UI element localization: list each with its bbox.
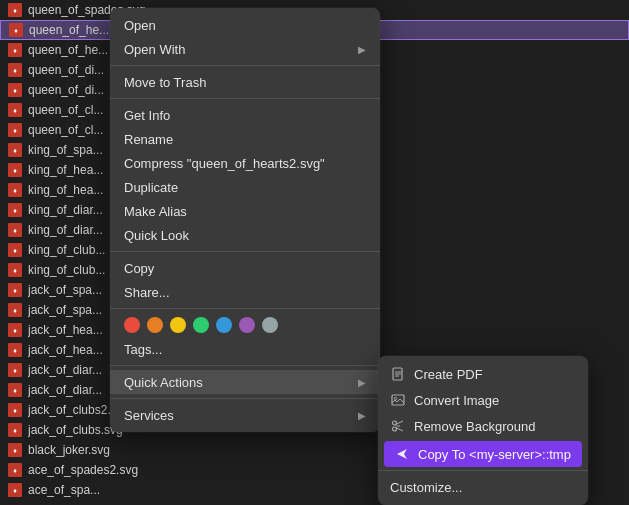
file-name: jack_of_diar... (28, 383, 102, 397)
photo-icon (390, 392, 406, 408)
file-icon: ♦ (8, 403, 22, 417)
file-icon: ♦ (8, 343, 22, 357)
file-name: king_of_spa... (28, 143, 103, 157)
submenu-item-convert-image[interactable]: Convert Image (378, 387, 588, 413)
file-name: king_of_hea... (28, 163, 103, 177)
menu-item-open[interactable]: Open (110, 13, 380, 37)
menu-item-quick-look[interactable]: Quick Look (110, 223, 380, 247)
file-icon: ♦ (8, 143, 22, 157)
file-icon: ♦ (8, 183, 22, 197)
menu-label-tags: Tags... (124, 342, 162, 357)
submenu-label-create-pdf: Create PDF (414, 367, 483, 382)
svg-line-8 (396, 421, 403, 424)
color-dot-purple[interactable] (239, 317, 255, 333)
file-name: queen_of_cl... (28, 123, 103, 137)
file-icon: ♦ (8, 63, 22, 77)
svg-point-7 (393, 427, 397, 431)
menu-item-duplicate[interactable]: Duplicate (110, 175, 380, 199)
file-name: king_of_diar... (28, 223, 103, 237)
file-icon: ♦ (8, 83, 22, 97)
color-dot-gray[interactable] (262, 317, 278, 333)
file-name: jack_of_hea... (28, 343, 103, 357)
file-name: ace_of_spa... (28, 483, 100, 497)
file-icon: ♦ (8, 123, 22, 137)
menu-label-quick-look: Quick Look (124, 228, 189, 243)
submenu-item-remove-background[interactable]: Remove Background (378, 413, 588, 439)
color-dot-yellow[interactable] (170, 317, 186, 333)
file-icon: ♦ (8, 383, 22, 397)
separator-3 (110, 251, 380, 252)
sub-separator-1 (378, 470, 588, 471)
menu-label-copy: Copy (124, 261, 154, 276)
doc-icon (390, 366, 406, 382)
svg-line-9 (396, 428, 403, 431)
quick-actions-submenu: Create PDF Convert Image Remove Backgrou… (378, 356, 588, 505)
file-name: black_joker.svg (28, 443, 110, 457)
menu-item-compress[interactable]: Compress "queen_of_hearts2.svg" (110, 151, 380, 175)
menu-item-services[interactable]: Services ▶ (110, 403, 380, 427)
menu-label-compress: Compress "queen_of_hearts2.svg" (124, 156, 325, 171)
file-name: ace_of_spades2.svg (28, 463, 138, 477)
menu-label-rename: Rename (124, 132, 173, 147)
menu-label-open: Open (124, 18, 156, 33)
separator-4 (110, 308, 380, 309)
file-icon: ♦ (8, 323, 22, 337)
separator-6 (110, 398, 380, 399)
file-icon: ♦ (8, 223, 22, 237)
file-name: jack_of_spa... (28, 283, 102, 297)
send-icon (394, 446, 410, 462)
menu-label-duplicate: Duplicate (124, 180, 178, 195)
svg-point-5 (394, 397, 396, 399)
file-name: queen_of_di... (28, 63, 104, 77)
file-icon: ♦ (8, 283, 22, 297)
context-menu: Open Open With ▶ Move to Trash Get Info … (110, 8, 380, 432)
menu-item-make-alias[interactable]: Make Alias (110, 199, 380, 223)
color-dot-orange[interactable] (147, 317, 163, 333)
submenu-label-customize: Customize... (390, 480, 462, 495)
file-icon: ♦ (8, 103, 22, 117)
menu-label-make-alias: Make Alias (124, 204, 187, 219)
file-icon: ♦ (8, 43, 22, 57)
color-dot-green[interactable] (193, 317, 209, 333)
menu-label-open-with: Open With (124, 42, 185, 57)
file-name: queen_of_di... (28, 83, 104, 97)
file-name: king_of_hea... (28, 183, 103, 197)
menu-item-get-info[interactable]: Get Info (110, 103, 380, 127)
file-name: king_of_club... (28, 243, 105, 257)
file-name: jack_of_hea... (28, 323, 103, 337)
menu-item-move-to-trash[interactable]: Move to Trash (110, 70, 380, 94)
separator-2 (110, 98, 380, 99)
menu-label-services: Services (124, 408, 174, 423)
file-icon: ♦ (8, 483, 22, 497)
submenu-label-remove-background: Remove Background (414, 419, 535, 434)
file-name: queen_of_he... (29, 23, 109, 37)
color-dot-blue[interactable] (216, 317, 232, 333)
file-icon: ♦ (9, 23, 23, 37)
file-name: jack_of_spa... (28, 303, 102, 317)
menu-label-move-to-trash: Move to Trash (124, 75, 206, 90)
submenu-item-customize[interactable]: Customize... (378, 474, 588, 500)
file-icon: ♦ (8, 423, 22, 437)
chevron-right-icon: ▶ (358, 44, 366, 55)
scissors-icon (390, 418, 406, 434)
svg-rect-4 (392, 395, 404, 405)
submenu-item-create-pdf[interactable]: Create PDF (378, 361, 588, 387)
menu-item-quick-actions[interactable]: Quick Actions ▶ (110, 370, 380, 394)
file-icon: ♦ (8, 303, 22, 317)
menu-item-copy[interactable]: Copy (110, 256, 380, 280)
file-name: king_of_club... (28, 263, 105, 277)
color-dot-red[interactable] (124, 317, 140, 333)
menu-item-open-with[interactable]: Open With ▶ (110, 37, 380, 61)
file-name: jack_of_diar... (28, 363, 102, 377)
submenu-label-copy-to: Copy To <my-server>::tmp (418, 447, 571, 462)
menu-item-rename[interactable]: Rename (110, 127, 380, 151)
file-icon: ♦ (8, 363, 22, 377)
file-name: queen_of_he... (28, 43, 108, 57)
file-icon: ♦ (8, 463, 22, 477)
submenu-item-copy-to[interactable]: Copy To <my-server>::tmp (384, 441, 582, 467)
separator-5 (110, 365, 380, 366)
file-icon: ♦ (8, 3, 22, 17)
menu-item-tags[interactable]: Tags... (110, 337, 380, 361)
menu-item-share[interactable]: Share... (110, 280, 380, 304)
svg-point-6 (393, 421, 397, 425)
